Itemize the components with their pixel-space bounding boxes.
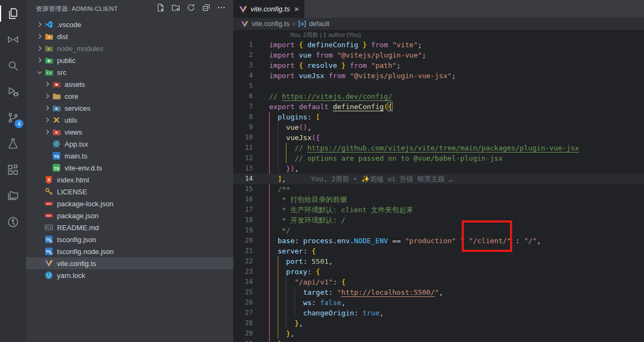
- tree-item-public[interactable]: public: [26, 54, 233, 66]
- line-number[interactable]: 23: [233, 267, 269, 277]
- tree-item-tsconfig-json[interactable]: TStsconfig.json: [26, 233, 233, 245]
- new-folder-icon[interactable]: [171, 3, 180, 14]
- tree-item-dist[interactable]: dist: [26, 30, 233, 42]
- tree-item-readme-md[interactable]: README.md: [26, 221, 233, 233]
- code-line-10[interactable]: 10 vueJsx({: [233, 132, 644, 143]
- tree-item-views[interactable]: views: [26, 126, 233, 138]
- line-number[interactable]: 3: [233, 60, 269, 71]
- tree-item-vite-env-d-ts[interactable]: TSvite-env.d.ts: [26, 162, 233, 174]
- tree-item-tsconfig-node-json[interactable]: TStsconfig.node.json: [26, 245, 233, 257]
- breadcrumb-symbol[interactable]: default: [309, 20, 330, 28]
- breadcrumb-file[interactable]: vite.config.ts: [252, 20, 289, 28]
- line-number[interactable]: 1: [233, 40, 269, 50]
- tree-item-src[interactable]: src: [26, 66, 233, 78]
- chevron-right-icon[interactable]: [42, 83, 52, 86]
- code-line-28[interactable]: 28 },: [233, 318, 644, 328]
- activity-testing-beaker-icon[interactable]: [0, 131, 26, 157]
- code-line-15[interactable]: 15 /**: [233, 184, 644, 194]
- code-line-12[interactable]: 12 // options are passed on to @vue/babe…: [233, 153, 644, 163]
- code-line-21[interactable]: 21 server: {: [233, 246, 644, 256]
- line-number[interactable]: 30: [233, 339, 269, 342]
- tree-item-node-modules[interactable]: node_modules: [26, 42, 233, 54]
- line-number[interactable]: 4: [233, 71, 269, 81]
- code-line-16[interactable]: 16 * 打包给目录的前缀: [233, 194, 644, 205]
- line-number[interactable]: 29: [233, 328, 269, 339]
- line-number[interactable]: 17: [233, 205, 269, 215]
- code-line-29[interactable]: 29 },: [233, 328, 644, 339]
- chevron-down-icon[interactable]: [35, 71, 44, 73]
- tree-item--vscode[interactable]: .vscode: [26, 18, 233, 30]
- line-number[interactable]: 8: [233, 112, 269, 122]
- code-line-22[interactable]: 22 port: 5501,: [233, 256, 644, 267]
- code-line-18[interactable]: 18 * 开发环境默认: /: [233, 215, 644, 225]
- line-number[interactable]: 28: [233, 318, 269, 328]
- code-line-6[interactable]: 6// https://vitejs.dev/config/: [233, 91, 644, 102]
- tree-item-core[interactable]: core: [26, 90, 233, 102]
- line-number[interactable]: 2: [233, 50, 269, 60]
- activity-extensions-icon[interactable]: [0, 157, 26, 183]
- activity-infinity-extension-icon[interactable]: [0, 27, 26, 53]
- codelens-blame[interactable]: You, 2周前 | 1 author (You): [233, 30, 644, 40]
- activity-search-icon[interactable]: [0, 53, 26, 79]
- line-number[interactable]: 12: [233, 153, 269, 163]
- line-number[interactable]: 21: [233, 246, 269, 256]
- chevron-right-icon[interactable]: [35, 47, 44, 50]
- code-line-26[interactable]: 26 ws: false,: [233, 297, 644, 308]
- code-line-8[interactable]: 8 plugins: [: [233, 112, 644, 122]
- tree-item-yarn-lock[interactable]: yarn.lock: [26, 269, 233, 281]
- line-number[interactable]: 16: [233, 194, 269, 205]
- code-line-23[interactable]: 23 proxy: {: [233, 267, 644, 277]
- activity-git-history-icon[interactable]: [0, 209, 26, 235]
- chevron-right-icon[interactable]: [35, 59, 44, 62]
- tree-item-services[interactable]: services: [26, 102, 233, 114]
- activity-source-control-icon[interactable]: 4: [0, 105, 26, 131]
- tree-item-license[interactable]: LICENSE: [26, 186, 233, 198]
- chevron-right-icon[interactable]: [35, 35, 44, 38]
- collapse-all-icon[interactable]: [202, 3, 211, 14]
- line-number[interactable]: 11: [233, 143, 269, 153]
- line-number[interactable]: 25: [233, 287, 269, 297]
- close-icon[interactable]: ×: [294, 5, 299, 13]
- line-number[interactable]: 20: [233, 236, 269, 246]
- code-line-1[interactable]: 1import { defineConfig } from "vite";: [233, 40, 644, 50]
- code-line-24[interactable]: 24 "/api/v1": {: [233, 277, 644, 287]
- activity-files-explorer-icon[interactable]: [0, 1, 26, 27]
- tree-item-package-json[interactable]: npmpackage.json: [26, 210, 233, 221]
- line-number[interactable]: 5: [233, 81, 269, 91]
- tree-item-package-lock-json[interactable]: npmpackage-lock.json: [26, 198, 233, 210]
- code-editor[interactable]: You, 2周前 | 1 author (You) 1import { defi…: [233, 30, 644, 342]
- code-line-3[interactable]: 3import { resolve } from "path";: [233, 60, 644, 71]
- line-number[interactable]: 18: [233, 215, 269, 225]
- line-number[interactable]: 26: [233, 297, 269, 308]
- line-number[interactable]: 19: [233, 225, 269, 236]
- new-file-icon[interactable]: [156, 3, 165, 14]
- tree-item-utils[interactable]: utils: [26, 114, 233, 126]
- tree-item-vite-config-ts[interactable]: vite.config.ts: [26, 257, 233, 269]
- line-number[interactable]: 13: [233, 163, 269, 174]
- chevron-right-icon[interactable]: [35, 23, 44, 26]
- code-line-27[interactable]: 27 changeOrigin: true,: [233, 308, 644, 318]
- tree-item-assets[interactable]: assets: [26, 78, 233, 90]
- activity-folder-library-icon[interactable]: [0, 183, 26, 209]
- code-line-19[interactable]: 19 */: [233, 225, 644, 236]
- line-number[interactable]: 15: [233, 184, 269, 194]
- code-line-20[interactable]: 20 base: process.env.NODE_ENV == "produc…: [233, 236, 644, 246]
- code-line-9[interactable]: 9 vue(),: [233, 122, 644, 132]
- code-line-30[interactable]: 30 },: [233, 339, 644, 342]
- code-line-13[interactable]: 13 }),: [233, 163, 644, 174]
- chevron-right-icon[interactable]: [42, 130, 52, 134]
- line-number[interactable]: 14: [233, 174, 269, 184]
- tree-item-index-html[interactable]: 5index.html: [26, 174, 233, 186]
- chevron-right-icon[interactable]: [42, 106, 52, 110]
- line-number[interactable]: 27: [233, 308, 269, 318]
- line-number[interactable]: 6: [233, 91, 269, 102]
- chevron-right-icon[interactable]: [42, 118, 52, 122]
- code-line-7[interactable]: 7export default defineConfig({: [233, 102, 644, 112]
- code-line-17[interactable]: 17 * 生产环境默认: client 文件夹包起来: [233, 205, 644, 215]
- line-number[interactable]: 24: [233, 277, 269, 287]
- line-number[interactable]: 9: [233, 122, 269, 132]
- activity-run-debug-icon[interactable]: [0, 79, 26, 105]
- chevron-right-icon[interactable]: [42, 94, 52, 98]
- code-line-4[interactable]: 4import vueJsx from "@vitejs/plugin-vue-…: [233, 71, 644, 81]
- code-line-14[interactable]: 14 ],You, 2周前 • ✨前端 ui 升级 暗黑主题 …: [233, 174, 644, 184]
